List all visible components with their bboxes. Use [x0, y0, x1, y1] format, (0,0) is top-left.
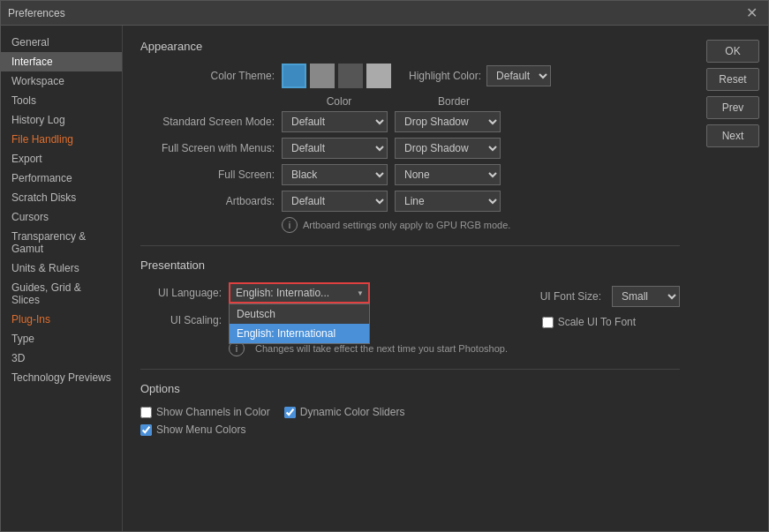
highlight-color-label: Highlight Color:	[409, 70, 481, 82]
options-row-1: Show Channels in Color Dynamic Color Sli…	[140, 406, 680, 418]
info-icon: i	[282, 217, 298, 233]
content-area: Appearance Color Theme: Highlight Color:…	[123, 26, 697, 531]
lang-option-deutsch[interactable]: Deutsch	[230, 304, 369, 324]
changes-notice-text: Changes will take effect the next time y…	[255, 343, 508, 354]
options-title: Options	[140, 382, 680, 395]
screen-border-select-0[interactable]: Drop ShadowNoneLine	[395, 111, 501, 132]
sidebar-item-guides-grid-slices[interactable]: Guides, Grid & Slices	[1, 278, 122, 310]
ok-button[interactable]: OK	[706, 40, 759, 63]
sidebar: GeneralInterfaceWorkspaceToolsHistory Lo…	[1, 26, 123, 531]
lang-option-english:-international[interactable]: English: International	[230, 324, 369, 343]
main-content: GeneralInterfaceWorkspaceToolsHistory Lo…	[1, 26, 768, 531]
sidebar-item-transparency-gamut[interactable]: Transparency & Gamut	[1, 227, 122, 259]
prev-button[interactable]: Prev	[706, 96, 759, 119]
sidebar-item-3d[interactable]: 3D	[1, 348, 122, 368]
presentation-section: Presentation UI Language: English: Inter…	[140, 259, 680, 356]
col-headers: Color Border	[282, 95, 680, 108]
reset-button[interactable]: Reset	[706, 68, 759, 91]
show-channels-label: Show Channels in Color	[156, 406, 270, 418]
screen-row-2: Full Screen:DefaultBlackWhiteCustomDrop …	[140, 164, 680, 185]
highlight-color-row: Highlight Color: Default	[409, 65, 551, 86]
screen-color-select-0[interactable]: DefaultBlackWhiteCustom	[282, 111, 388, 132]
dynamic-color-sliders-option: Dynamic Color Sliders	[284, 406, 405, 418]
options-section: Options Show Channels in Color Dynamic C…	[140, 382, 680, 436]
screen-row-0: Standard Screen Mode:DefaultBlackWhiteCu…	[140, 111, 680, 132]
theme-swatch-0[interactable]	[282, 64, 306, 88]
screen-row-1: Full Screen with Menus:DefaultBlackWhite…	[140, 138, 680, 159]
theme-swatch-2[interactable]	[338, 64, 363, 88]
color-theme-label: Color Theme:	[140, 70, 282, 82]
screen-label-3: Artboards:	[140, 195, 282, 207]
theme-swatch-3[interactable]	[366, 64, 391, 88]
screen-color-select-3[interactable]: DefaultBlackWhiteCustom	[282, 191, 388, 212]
highlight-color-select[interactable]: Default	[486, 65, 551, 86]
scale-ui-to-font-checkbox[interactable]	[542, 317, 554, 328]
close-button[interactable]: ✕	[743, 4, 761, 22]
action-buttons: OK Reset Prev Next	[697, 26, 768, 531]
border-col-header: Border	[396, 95, 511, 108]
sidebar-item-export[interactable]: Export	[1, 149, 122, 169]
font-size-label: UI Font Size:	[540, 290, 601, 303]
sidebar-item-file-handling[interactable]: File Handling	[1, 130, 122, 149]
screen-border-select-2[interactable]: Drop ShadowNoneLine	[395, 164, 501, 185]
window-title: Preferences	[8, 7, 65, 19]
show-menu-colors-checkbox[interactable]	[140, 424, 152, 436]
color-col-header: Color	[282, 95, 396, 108]
theme-swatch-1[interactable]	[310, 64, 335, 88]
next-button[interactable]: Next	[706, 124, 759, 147]
screen-row-3: Artboards:DefaultBlackWhiteCustomDrop Sh…	[140, 191, 680, 212]
sidebar-item-type[interactable]: Type	[1, 329, 122, 348]
color-theme-row: Color Theme: Highlight Color: Default	[140, 64, 680, 88]
sidebar-item-units-rulers[interactable]: Units & Rulers	[1, 259, 122, 278]
sidebar-item-plug-ins[interactable]: Plug-Ins	[1, 310, 122, 329]
language-label: UI Language:	[140, 287, 229, 299]
language-row: UI Language: English: Internatio... Deut…	[140, 282, 523, 303]
dynamic-color-sliders-checkbox[interactable]	[284, 407, 296, 418]
artboard-notice-row: i Artboard settings only apply to GPU RG…	[282, 217, 680, 233]
screen-border-select-1[interactable]: Drop ShadowNoneLine	[395, 138, 501, 159]
language-dropdown-list: DeutschEnglish: International	[229, 303, 370, 344]
screen-color-select-2[interactable]: DefaultBlackWhiteCustom	[282, 164, 388, 185]
language-dropdown-btn[interactable]: English: Internatio...	[229, 282, 370, 303]
titlebar: Preferences ✕	[1, 1, 768, 26]
options-row-2: Show Menu Colors	[140, 423, 680, 436]
presentation-title: Presentation	[140, 259, 680, 272]
appearance-title: Appearance	[140, 40, 680, 53]
sidebar-item-history-log[interactable]: History Log	[1, 110, 122, 130]
screen-rows: Standard Screen Mode:DefaultBlackWhiteCu…	[140, 111, 680, 212]
screen-label-1: Full Screen with Menus:	[140, 142, 282, 154]
screen-label-2: Full Screen:	[140, 169, 282, 181]
color-themes	[282, 64, 391, 88]
screen-border-select-3[interactable]: Drop ShadowNoneLine	[395, 191, 501, 212]
dynamic-color-sliders-label: Dynamic Color Sliders	[300, 406, 405, 418]
screen-color-select-1[interactable]: DefaultBlackWhiteCustom	[282, 138, 388, 159]
language-dropdown-wrapper: English: Internatio... DeutschEnglish: I…	[229, 282, 370, 303]
screen-label-0: Standard Screen Mode:	[140, 116, 282, 128]
show-menu-colors-label: Show Menu Colors	[156, 423, 245, 436]
sidebar-item-interface[interactable]: Interface	[1, 52, 122, 71]
show-channels-checkbox[interactable]	[140, 407, 152, 418]
sidebar-item-scratch-disks[interactable]: Scratch Disks	[1, 188, 122, 207]
sidebar-item-technology-previews[interactable]: Technology Previews	[1, 368, 122, 387]
sidebar-item-general[interactable]: General	[1, 33, 122, 52]
artboard-notice-text: Artboard settings only apply to GPU RGB …	[303, 220, 510, 230]
scale-ui-to-font-label: Scale UI To Font	[558, 316, 637, 328]
scaling-label: UI Scaling:	[140, 314, 229, 326]
sidebar-item-performance[interactable]: Performance	[1, 169, 122, 188]
sidebar-item-workspace[interactable]: Workspace	[1, 71, 122, 91]
sidebar-item-tools[interactable]: Tools	[1, 91, 122, 110]
show-channels-option: Show Channels in Color	[140, 406, 270, 418]
sidebar-item-cursors[interactable]: Cursors	[1, 207, 122, 227]
show-menu-colors-option: Show Menu Colors	[140, 423, 245, 436]
preferences-window: Preferences ✕ GeneralInterfaceWorkspaceT…	[0, 0, 769, 532]
font-size-select[interactable]: Small Tiny Medium Large	[612, 286, 680, 307]
